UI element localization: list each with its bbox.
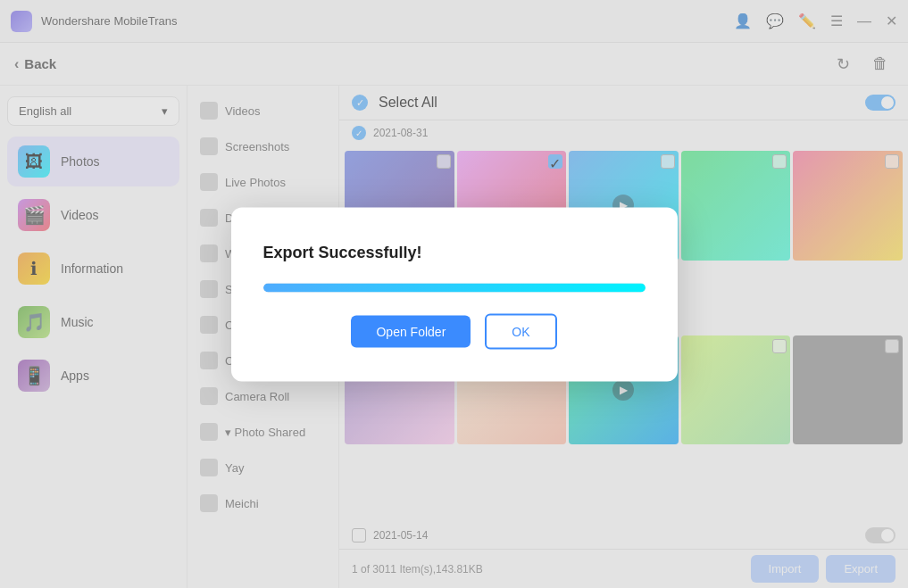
open-folder-button[interactable]: Open Folder	[351, 315, 471, 347]
dialog-buttons: Open Folder OK	[263, 313, 646, 349]
export-success-dialog: Export Successfully! Open Folder OK	[231, 207, 678, 381]
dialog-title: Export Successfully!	[263, 243, 422, 261]
progress-bar-container	[263, 283, 646, 292]
progress-bar-fill	[263, 283, 646, 292]
ok-button[interactable]: OK	[485, 313, 556, 349]
